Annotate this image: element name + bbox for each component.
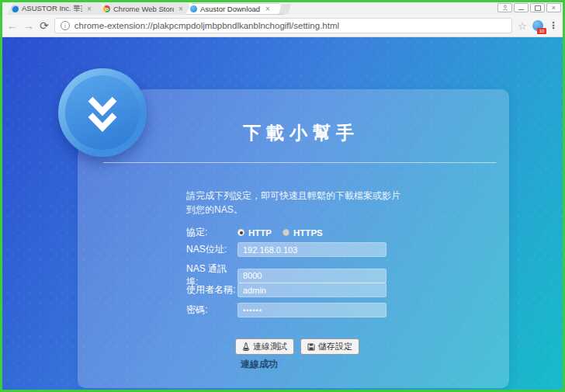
nas-address-row: NAS位址:: [186, 242, 386, 257]
extension-icon[interactable]: 10: [532, 20, 543, 31]
extension-settings-page: 下載小幫手 請完成下列設定，即可快速且輕鬆的下載檔案或影片到您的NAS。 協定:…: [2, 37, 563, 390]
connection-test-label: 連線測試: [253, 341, 287, 352]
save-settings-button[interactable]: 儲存設定: [300, 338, 359, 355]
tab-title: ASUSTOR Inc. 華芸科技: [22, 4, 82, 14]
tab-download-helper[interactable]: Asustor Download Help ×: [185, 3, 285, 15]
reload-icon[interactable]: ⟳: [40, 20, 49, 31]
minimize-button[interactable]: [514, 3, 529, 12]
protocol-label: 協定:: [186, 226, 237, 239]
close-icon: ×: [552, 5, 556, 12]
page-title: 下載小幫手: [177, 121, 425, 145]
page-info-icon[interactable]: i: [61, 21, 70, 30]
nas-address-label: NAS位址:: [186, 243, 237, 256]
extension-badge: 10: [537, 28, 546, 34]
action-buttons: 連線測試 儲存設定: [235, 338, 359, 355]
tab-title: Chrome Web Store - Ex: [113, 5, 174, 13]
tab-close-icon[interactable]: ×: [177, 5, 183, 13]
flask-icon: [242, 342, 250, 351]
page-description: 請完成下列設定，即可快速且輕鬆的下載檔案或影片到您的NAS。: [186, 189, 402, 217]
password-row: 密碼:: [186, 303, 386, 317]
connection-status: 連線成功: [241, 358, 278, 371]
radio-https[interactable]: HTTPS: [282, 228, 323, 238]
radio-http-icon[interactable]: [237, 229, 244, 236]
minimize-icon: [518, 5, 524, 10]
download-helper-favicon-icon: [190, 5, 197, 12]
password-label: 密碼:: [186, 304, 237, 317]
tab-close-icon[interactable]: ×: [264, 5, 270, 13]
username-label: 使用者名稱:: [186, 283, 237, 297]
tab-title: Asustor Download Help: [200, 5, 261, 13]
username-row: 使用者名稱:: [186, 283, 386, 297]
url-bar[interactable]: i chrome-extension://plakpcmpdoljmbpbndl…: [54, 18, 513, 33]
title-divider: [103, 162, 496, 163]
radio-https-icon[interactable]: [282, 229, 289, 236]
asustor-favicon-icon: [12, 5, 19, 12]
tab-strip: ASUSTOR Inc. 華芸科技 × Chrome Web Store - E…: [2, 2, 563, 15]
protocol-radio-group: HTTP HTTPS: [237, 228, 323, 238]
radio-http[interactable]: HTTP: [237, 228, 272, 238]
window-controls: ×: [497, 3, 561, 12]
radio-http-label: HTTP: [248, 228, 272, 238]
username-input[interactable]: [237, 283, 386, 297]
save-settings-label: 儲存設定: [318, 341, 352, 352]
url-text[interactable]: chrome-extension://plakpcmpdoljmbpbndlka…: [75, 21, 339, 30]
profile-button[interactable]: [497, 3, 512, 12]
browser-menu-icon[interactable]: ⋮: [549, 20, 558, 31]
maximize-icon: [535, 5, 541, 11]
protocol-row: 協定: HTTP HTTPS: [186, 226, 323, 239]
tab-asustor-site[interactable]: ASUSTOR Inc. 華芸科技 ×: [7, 3, 106, 15]
radio-https-label: HTTPS: [293, 228, 323, 238]
person-icon: [502, 5, 508, 11]
tab-chrome-web-store[interactable]: Chrome Web Store - Ex ×: [99, 3, 193, 15]
forward-icon[interactable]: →: [23, 20, 34, 31]
close-button[interactable]: ×: [546, 3, 561, 12]
connection-test-button[interactable]: 連線測試: [235, 338, 294, 355]
download-helper-logo: [58, 68, 147, 157]
bookmark-star-icon[interactable]: ☆: [518, 20, 527, 32]
back-icon[interactable]: ←: [7, 20, 18, 31]
maximize-button[interactable]: [530, 3, 545, 12]
save-icon: [307, 343, 315, 351]
nas-address-input[interactable]: [237, 242, 386, 257]
password-input[interactable]: [237, 303, 386, 317]
nas-port-input[interactable]: [237, 269, 386, 283]
tab-close-icon[interactable]: ×: [85, 5, 92, 13]
browser-toolbar: ← → ⟳ i chrome-extension://plakpcmpdoljm…: [2, 15, 563, 37]
download-icon: [65, 75, 140, 150]
chrome-favicon-icon: [103, 5, 110, 12]
screen-share-frame: ASUSTOR Inc. 華芸科技 × Chrome Web Store - E…: [0, 0, 565, 392]
new-tab-button[interactable]: [279, 4, 291, 14]
